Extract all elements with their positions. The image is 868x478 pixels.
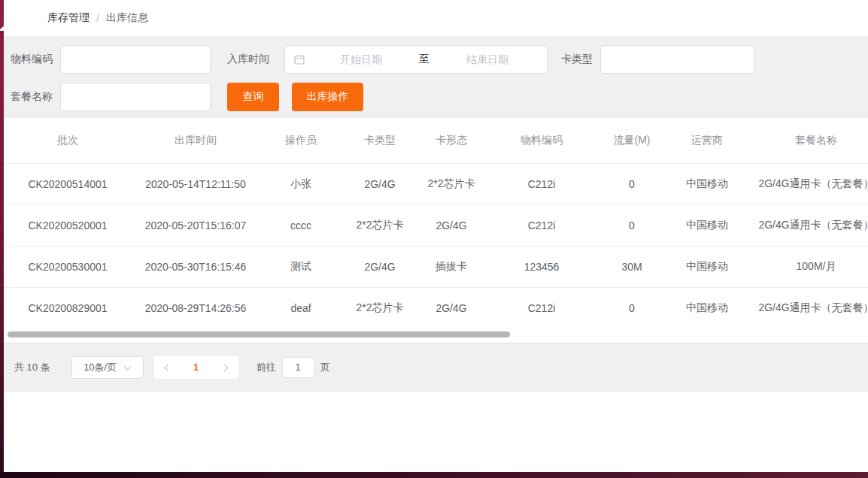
table-cell: 2020-05-30T16:15:46	[132, 246, 259, 287]
outbound-operation-button[interactable]: 出库操作	[292, 83, 363, 111]
date-range-separator: 至	[413, 53, 436, 66]
date-end-input[interactable]	[436, 47, 539, 72]
package-name-input[interactable]	[60, 83, 211, 111]
pagination-total: 共 10 条	[14, 361, 50, 374]
breadcrumb-separator: /	[96, 12, 99, 24]
table-body: CK202005140012020-05-14T12:11:50小张2G/4G2…	[4, 163, 868, 328]
goto-label: 前往	[256, 361, 276, 374]
pager-page-1[interactable]: 1	[193, 362, 199, 373]
chevron-down-icon	[124, 364, 131, 371]
card-type-label: 卡类型	[561, 53, 593, 66]
table-cell: C212i	[485, 287, 598, 328]
table-cell: 小张	[259, 163, 342, 204]
pager: 1	[154, 356, 238, 379]
table-cell: 100M/月	[748, 246, 868, 287]
table-cell: 0	[598, 287, 666, 328]
table-cell: 2020-05-14T12:11:50	[132, 163, 259, 204]
table-row: CK202005200012020-05-20T15:16:07cccc2*2芯…	[4, 204, 868, 246]
table-cell: CK20200530001	[4, 246, 132, 287]
date-start-input[interactable]	[309, 47, 413, 72]
table-cell: CK20200829001	[4, 287, 132, 328]
table-row: CK202005140012020-05-14T12:11:50小张2G/4G2…	[4, 163, 868, 204]
calendar-icon	[294, 54, 305, 65]
col-header-card-form: 卡形态	[417, 118, 485, 163]
table-row: CK202008290012020-08-29T14:26:56deaf2*2芯…	[4, 287, 868, 328]
page-size-select[interactable]: 10条/页	[71, 356, 144, 379]
outbound-table-wrap: 批次 出库时间 操作员 卡类型 卡形态 物料编码 流量(M) 运营商 套餐名称 …	[4, 118, 868, 328]
table-cell: 0	[598, 163, 666, 204]
table-cell: 中国移动	[666, 246, 748, 287]
table-cell: 测试	[259, 246, 342, 287]
col-header-operator: 操作员	[259, 118, 342, 163]
filter-row-1: 物料编码 入库时间 至 卡类型	[11, 45, 868, 74]
col-header-traffic: 流量(M)	[598, 118, 666, 163]
table-cell: deaf	[259, 287, 342, 328]
bottom-gradient-bar	[0, 472, 868, 478]
inbound-time-label: 入库时间	[227, 53, 269, 66]
table-row: CK202005300012020-05-30T16:15:46测试2G/4G插…	[4, 246, 868, 287]
pagination-bar: 共 10 条 10条/页 1 前往 页	[4, 343, 868, 392]
table-cell: 2G/4G	[417, 204, 485, 246]
table-cell: CK20200520001	[4, 204, 132, 246]
table-cell: C212i	[485, 163, 598, 204]
breadcrumb-item-outbound: 出库信息	[106, 11, 148, 25]
page-size-value: 10条/页	[83, 361, 117, 374]
col-header-card-type: 卡类型	[342, 118, 417, 163]
col-header-package-name: 套餐名称	[748, 118, 868, 163]
table-cell: 2G/4G	[342, 163, 417, 204]
table-cell: 2G/4G	[342, 246, 417, 287]
table-cell: 2G/4G通用卡（无套餐）	[748, 163, 868, 204]
table-cell: 2020-05-20T15:16:07	[132, 204, 259, 246]
table-cell: 30M	[598, 246, 666, 287]
table-cell: 123456	[485, 246, 598, 287]
filter-panel: 物料编码 入库时间 至 卡类型 套餐名称	[4, 36, 868, 118]
horizontal-scrollbar-thumb[interactable]	[8, 331, 510, 337]
chevron-right-icon[interactable]	[222, 364, 229, 371]
table-cell: 中国移动	[666, 287, 748, 328]
breadcrumb-item-inventory[interactable]: 库存管理	[47, 11, 90, 25]
query-button[interactable]: 查询	[227, 83, 279, 111]
table-cell: 2020-08-29T14:26:56	[132, 287, 259, 328]
table-cell: 2G/4G通用卡（无套餐）	[748, 204, 868, 246]
breadcrumb: 库存管理 / 出库信息	[47, 11, 148, 25]
horizontal-scrollbar	[4, 329, 868, 340]
table-cell: 中国移动	[666, 204, 748, 246]
package-name-label: 套餐名称	[11, 90, 53, 104]
page: 库存管理 / 出库信息 物料编码 入库时间 至	[0, 0, 868, 478]
material-code-input[interactable]	[60, 45, 211, 74]
topbar: 库存管理 / 出库信息	[4, 0, 868, 36]
material-code-label: 物料编码	[11, 53, 53, 66]
table-cell: 2G/4G通用卡（无套餐）	[748, 287, 868, 328]
table-cell: CK20200514001	[4, 163, 132, 204]
table-cell: C212i	[485, 204, 598, 246]
col-header-material-code: 物料编码	[485, 118, 598, 163]
date-range-picker[interactable]: 至	[284, 45, 548, 74]
table-cell: 2*2芯片卡	[342, 204, 417, 246]
table-cell: 0	[598, 204, 666, 246]
filter-row-2: 套餐名称 查询 出库操作	[11, 83, 868, 111]
table-cell: 2G/4G	[417, 287, 485, 328]
goto-page-suffix: 页	[320, 361, 330, 374]
outbound-table: 批次 出库时间 操作员 卡类型 卡形态 物料编码 流量(M) 运营商 套餐名称 …	[4, 118, 868, 328]
table-header-row: 批次 出库时间 操作员 卡类型 卡形态 物料编码 流量(M) 运营商 套餐名称	[4, 118, 868, 163]
table-cell: cccc	[259, 204, 342, 246]
table-cell: 2*2芯片卡	[342, 287, 417, 328]
col-header-outbound-time: 出库时间	[132, 118, 259, 163]
table-cell: 插拔卡	[417, 246, 485, 287]
chevron-left-icon[interactable]	[163, 364, 171, 371]
card-type-input[interactable]	[600, 45, 754, 74]
table-cell: 中国移动	[666, 163, 748, 204]
goto-page-input[interactable]	[282, 357, 314, 378]
col-header-carrier: 运营商	[666, 118, 748, 163]
table-cell: 2*2芯片卡	[417, 163, 485, 204]
col-header-batch: 批次	[4, 118, 132, 163]
